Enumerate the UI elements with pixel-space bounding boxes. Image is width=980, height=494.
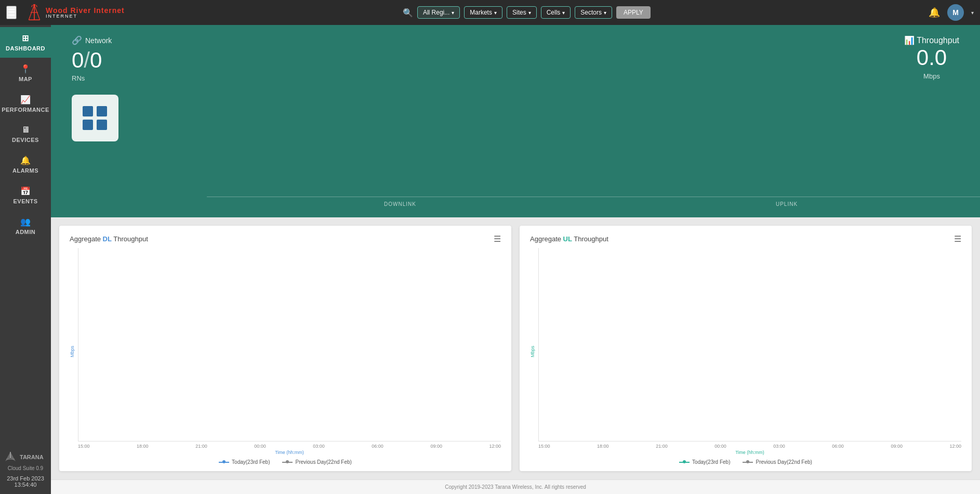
sidebar: ⊞ DASHBOARD 📍 MAP 📈 PERFORMANCE 🖥 DEVICE… — [0, 25, 51, 494]
region-filter-button[interactable]: All Regi... ▾ — [417, 6, 460, 19]
ul-chart-highlight: UL — [563, 235, 572, 243]
footer-text: Copyright 2019-2023 Tarana Wireless, Inc… — [445, 484, 586, 490]
sidebar-item-dashboard[interactable]: ⊞ DASHBOARD — [0, 27, 51, 58]
sidebar-bottom: TARANA Cloud Suite 0.9 23rd Feb 2023 13:… — [0, 445, 51, 494]
tarana-logo: TARANA — [4, 451, 47, 463]
dl-chart-title-suffix: Throughput — [112, 235, 148, 243]
dl-chart-x-title: Time (hh:mm) — [78, 450, 501, 455]
ul-chart-x-title: Time (hh:mm) — [538, 450, 961, 455]
dl-legend-today-dot — [219, 462, 229, 463]
svg-line-7 — [36, 5, 37, 7]
navbar-right: 🔔 M ▾ — [929, 4, 974, 21]
dl-chart-menu-icon[interactable]: ☰ — [494, 234, 501, 244]
network-value: 0/0 — [72, 49, 118, 71]
sidebar-item-alarms[interactable]: 🔔 ALARMS — [0, 149, 51, 180]
ul-chart-title-suffix: Throughput — [572, 235, 608, 243]
avatar-chevron-icon[interactable]: ▾ — [971, 10, 974, 16]
cells-filter-button[interactable]: Cells ▾ — [541, 6, 571, 19]
ul-chart-body: Mbps 15:00 18:00 21:00 00:00 03:00 06:00 — [530, 248, 961, 455]
map-icon: 📍 — [20, 64, 31, 74]
network-title: 🔗 Network — [72, 35, 118, 45]
sites-filter-label: Sites — [512, 9, 526, 16]
ul-legend-prev: Previous Day(22nd Feb) — [743, 459, 812, 465]
svg-point-5 — [33, 4, 35, 6]
admin-icon: 👥 — [20, 217, 31, 227]
ul-chart-menu-icon[interactable]: ☰ — [954, 234, 961, 244]
ul-chart-x-axis: 15:00 18:00 21:00 00:00 03:00 06:00 09:0… — [538, 441, 961, 449]
footer: Copyright 2019-2023 Tarana Wireless, Inc… — [51, 479, 980, 494]
sidebar-item-label-devices: DEVICES — [12, 137, 39, 143]
navbar-filters: 🔍 All Regi... ▾ Markets ▾ Sites ▾ Cells … — [130, 6, 923, 19]
network-title-label: Network — [85, 36, 112, 45]
dl-chart-plot-area: 15:00 18:00 21:00 00:00 03:00 06:00 09:0… — [78, 248, 501, 455]
sites-chevron-icon: ▾ — [528, 10, 531, 16]
throughput-title-label: Throughput — [917, 36, 959, 45]
markets-chevron-icon: ▾ — [494, 10, 497, 16]
ul-chart-plot — [538, 248, 961, 441]
dl-chart-title-prefix: Aggregate — [70, 235, 103, 243]
sidebar-item-label-admin: ADMIN — [16, 229, 36, 235]
navbar: ☰ Wood River Internet INTERNET 🔍 All Reg… — [0, 0, 980, 25]
dl-legend-today: Today(23rd Feb) — [219, 459, 270, 465]
throughput-stat-block: 📊 Throughput 0.0 Mbps — [904, 35, 959, 141]
dl-chart-y-label: Mbps — [70, 346, 75, 357]
tower-icon — [26, 4, 43, 21]
svg-line-6 — [32, 5, 33, 7]
hamburger-button[interactable]: ☰ — [6, 6, 17, 19]
devices-icon: 🖥 — [21, 125, 30, 135]
throughput-title: 📊 Throughput — [904, 35, 959, 45]
ul-chart-title: Aggregate UL Throughput — [530, 235, 608, 243]
dl-chart-header: Aggregate DL Throughput ☰ — [70, 234, 501, 244]
cells-filter-label: Cells — [547, 9, 561, 16]
sidebar-item-admin[interactable]: 👥 ADMIN — [0, 211, 51, 241]
sectors-filter-button[interactable]: Sectors ▾ — [575, 6, 612, 19]
region-chevron-icon: ▾ — [452, 10, 454, 16]
avatar[interactable]: M — [947, 4, 964, 21]
ul-chart-legend: Today(23rd Feb) Previous Day(22nd Feb) — [530, 459, 961, 465]
network-icon: 🔗 — [72, 35, 82, 45]
sidebar-item-map[interactable]: 📍 MAP — [0, 58, 51, 88]
ul-chart-y-label: Mbps — [530, 346, 535, 357]
events-icon: 📅 — [20, 186, 31, 196]
sites-filter-button[interactable]: Sites ▾ — [507, 6, 537, 19]
logo-text: Wood River Internet INTERNET — [46, 7, 125, 19]
dl-legend-prev: Previous Day(22nd Feb) — [282, 459, 351, 465]
ul-legend-today-dot — [679, 462, 690, 463]
throughput-icon: 📊 — [904, 36, 915, 45]
datetime-display: 23rd Feb 2023 13:54:40 — [4, 475, 47, 488]
dl-chart-card: Aggregate DL Throughput ☰ Mbps 15:00 18:… — [59, 226, 511, 471]
notification-bell-icon[interactable]: 🔔 — [929, 7, 940, 18]
dl-ul-bar: DOWNLINK UPLINK — [207, 197, 980, 207]
alarms-icon: 🔔 — [20, 155, 31, 165]
sidebar-item-label-events: EVENTS — [13, 198, 37, 204]
cells-chevron-icon: ▾ — [562, 10, 565, 16]
dl-legend-prev-label: Previous Day(22nd Feb) — [295, 459, 351, 465]
apply-button[interactable]: APPLY — [616, 6, 651, 19]
logo-internet: INTERNET — [46, 14, 125, 19]
grid-cell-3 — [83, 120, 93, 130]
content-area: 🔗 Network 0/0 RNs — [51, 25, 980, 494]
main-layout: ⊞ DASHBOARD 📍 MAP 📈 PERFORMANCE 🖥 DEVICE… — [0, 25, 980, 494]
ul-legend-today: Today(23rd Feb) — [679, 459, 730, 465]
sectors-chevron-icon: ▾ — [604, 10, 606, 16]
dl-legend-prev-dot — [282, 462, 293, 463]
tarana-icon — [4, 451, 17, 463]
header-stats: 🔗 Network 0/0 RNs — [72, 35, 959, 141]
logo: Wood River Internet INTERNET — [26, 4, 125, 21]
dl-chart-plot — [78, 248, 501, 441]
performance-icon: 📈 — [20, 95, 31, 105]
sidebar-item-devices[interactable]: 🖥 DEVICES — [0, 119, 51, 149]
search-button[interactable]: 🔍 — [403, 8, 413, 18]
dl-legend-today-label: Today(23rd Feb) — [232, 459, 270, 465]
throughput-unit-label: Mbps — [904, 72, 959, 80]
dl-chart-title: Aggregate DL Throughput — [70, 235, 148, 243]
tarana-brand-label: TARANA — [20, 454, 44, 460]
dashboard-header: 🔗 Network 0/0 RNs — [51, 25, 980, 217]
network-grid-icon — [83, 106, 108, 130]
ul-chart-card: Aggregate UL Throughput ☰ Mbps 15:00 18:… — [520, 226, 972, 471]
sidebar-item-events[interactable]: 📅 EVENTS — [0, 180, 51, 211]
grid-cell-4 — [97, 120, 107, 130]
markets-filter-button[interactable]: Markets ▾ — [464, 6, 502, 19]
sidebar-item-performance[interactable]: 📈 PERFORMANCE — [0, 88, 51, 119]
network-stat-block: 🔗 Network 0/0 RNs — [72, 35, 118, 141]
